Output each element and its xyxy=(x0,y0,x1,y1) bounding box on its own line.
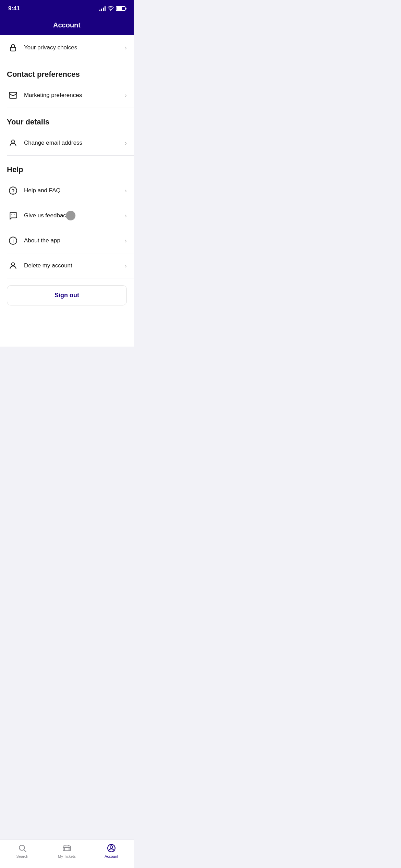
page-header: Account xyxy=(0,17,134,35)
mail-icon xyxy=(7,89,19,101)
status-time: 9:41 xyxy=(8,5,20,12)
about-app-item[interactable]: About the app › xyxy=(0,228,134,253)
feedback-label: Give us feedback xyxy=(24,212,125,219)
svg-point-3 xyxy=(12,140,15,143)
svg-point-0 xyxy=(110,10,111,11)
chevron-icon: › xyxy=(125,262,127,269)
main-content: Your privacy choices › Contact preferenc… xyxy=(0,35,134,347)
user-icon xyxy=(7,137,19,149)
chevron-icon: › xyxy=(125,44,127,51)
question-icon xyxy=(7,184,19,197)
sign-out-container: Sign out xyxy=(0,278,134,312)
marketing-preferences-item[interactable]: Marketing preferences › xyxy=(0,83,134,108)
chevron-icon: › xyxy=(125,212,127,219)
help-faq-item[interactable]: Help and FAQ › xyxy=(0,178,134,203)
privacy-choices-label: Your privacy choices xyxy=(24,44,125,51)
change-email-item[interactable]: Change email address › xyxy=(0,131,134,155)
status-icons xyxy=(99,6,125,12)
wifi-icon xyxy=(108,6,114,12)
chevron-icon: › xyxy=(125,92,127,99)
marketing-preferences-label: Marketing preferences xyxy=(24,92,125,99)
delete-account-label: Delete my account xyxy=(24,262,125,269)
chevron-icon: › xyxy=(125,237,127,244)
your-details-heading: Your details xyxy=(7,118,49,126)
delete-account-item[interactable]: Delete my account › xyxy=(0,253,134,278)
change-email-label: Change email address xyxy=(24,140,125,146)
svg-point-11 xyxy=(13,239,13,239)
help-section-header: Help xyxy=(0,156,134,178)
delete-user-icon xyxy=(7,260,19,272)
your-details-section-header: Your details xyxy=(0,108,134,131)
lock-icon xyxy=(7,41,19,54)
svg-point-12 xyxy=(12,263,15,266)
contact-preferences-section-header: Contact preferences xyxy=(0,60,134,83)
about-app-label: About the app xyxy=(24,237,125,244)
feedback-item[interactable]: Give us feedback › xyxy=(0,203,134,228)
contact-preferences-heading: Contact preferences xyxy=(7,70,80,79)
svg-point-5 xyxy=(13,193,13,193)
signal-icon xyxy=(99,6,106,11)
svg-rect-1 xyxy=(10,47,15,51)
status-bar: 9:41 xyxy=(0,0,134,17)
svg-rect-2 xyxy=(9,92,17,98)
feedback-icon xyxy=(7,209,19,222)
chevron-icon: › xyxy=(125,140,127,147)
info-icon xyxy=(7,234,19,247)
help-heading: Help xyxy=(7,165,23,174)
sign-out-button[interactable]: Sign out xyxy=(7,285,127,305)
battery-icon xyxy=(116,6,125,11)
page-title: Account xyxy=(53,21,81,29)
privacy-choices-item[interactable]: Your privacy choices › xyxy=(0,35,134,60)
help-faq-label: Help and FAQ xyxy=(24,187,125,194)
chevron-icon: › xyxy=(125,187,127,194)
